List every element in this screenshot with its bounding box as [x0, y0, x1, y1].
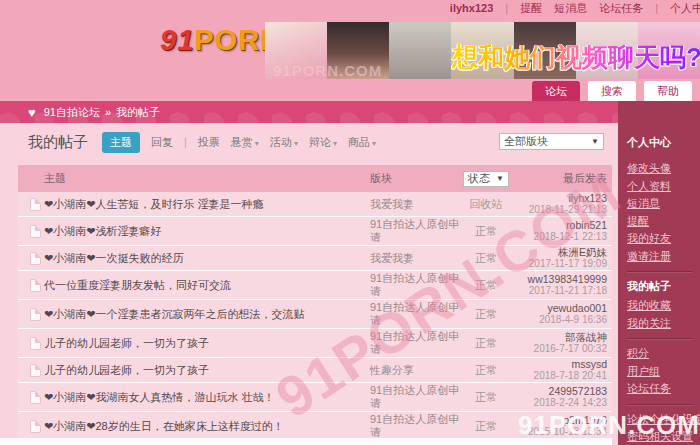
forum-link[interactable]: 91自拍达人原创申请	[370, 218, 459, 243]
last-post-user[interactable]: 2499572183	[512, 386, 607, 397]
breadcrumb-forum-link[interactable]: 91自拍论坛	[44, 105, 100, 120]
table-row[interactable]: ❤小湖南❤我湖南女人真热情，游山玩水 壮哉！ 91自拍达人原创申请 正常 249…	[18, 383, 612, 412]
post-title-link[interactable]: ❤小湖南❤人生苦短，及时行乐 淫妻是一种瘾	[44, 198, 264, 210]
filter-tab-replies[interactable]: 回复	[151, 135, 173, 150]
sidebar-link[interactable]: 密码相关设置	[627, 428, 692, 445]
table-row[interactable]: ❤小湖南❤人生苦短，及时行乐 淫妻是一种瘾 我爱我妻 回收站 ilyhx123 …	[18, 192, 612, 217]
post-icon	[30, 252, 41, 265]
chevron-down-icon	[370, 136, 376, 148]
last-post-column-header: 最后发表	[512, 171, 612, 186]
logo-91: 91	[160, 24, 194, 56]
sidebar-link[interactable]: 我的关注	[627, 315, 692, 333]
post-title-link[interactable]: ❤小湖南❤28岁的生日，在她家床上这样度过的！	[44, 420, 284, 432]
filter-tab-rewards[interactable]: 悬赏	[231, 135, 259, 150]
topbar-link-tasks[interactable]: 论坛任务	[599, 1, 643, 16]
last-post-user[interactable]: robin521	[512, 220, 607, 231]
post-status: 正常	[460, 278, 512, 293]
last-post-user[interactable]: 株洲E奶妹	[512, 247, 607, 258]
forum-link[interactable]: 性趣分享	[370, 364, 414, 376]
sidebar-sections: 个人中心 修改头像个人资料短消息提醒我的好友邀请注册 我的帖子 我的收藏我的关注…	[627, 134, 692, 445]
forum-link[interactable]: 91自拍达人原创申请	[370, 330, 459, 355]
forum-link[interactable]: 91自拍达人原创申请	[370, 272, 459, 297]
sidebar-link[interactable]: 用户组	[627, 363, 692, 381]
personal-center-sidebar: 个人中心 修改头像个人资料短消息提醒我的好友邀请注册 我的帖子 我的收藏我的关注…	[618, 101, 700, 445]
tab-search[interactable]: 搜索	[588, 81, 636, 101]
sidebar-link[interactable]: 论坛个性化设定	[627, 411, 692, 429]
last-post-user[interactable]: 部落战神	[512, 332, 607, 343]
forum-link[interactable]: 91自拍达人原创申请	[370, 384, 459, 409]
panel-head: 我的帖子 主题 回复 | 投票 悬赏 活动 辩论 商品 全部版块 ▼	[18, 130, 612, 154]
topbar-link-personal-center[interactable]: 个人中心	[670, 1, 700, 16]
tab-forum[interactable]: 论坛	[532, 81, 580, 101]
sidebar-section: 我的帖子 我的收藏我的关注	[627, 278, 692, 339]
sidebar-link[interactable]: 我的收藏	[627, 297, 692, 315]
banner-watermark: 91PORN.COM	[273, 62, 382, 79]
post-icon	[30, 198, 41, 211]
filter-tab-goods[interactable]: 商品	[348, 135, 376, 150]
post-status: 正常	[460, 363, 512, 378]
sidebar-links: 积分用户组论坛任务	[627, 345, 692, 398]
forum-link[interactable]: 我爱我妻	[370, 252, 414, 264]
post-status: 正常	[460, 251, 512, 266]
nav-tabs: 论坛 搜索 帮助	[532, 81, 692, 101]
post-icon	[30, 391, 41, 404]
banner-photo	[389, 22, 451, 79]
username-link[interactable]: ilyhx123	[450, 2, 493, 14]
filter-tab-threads[interactable]: 主题	[102, 132, 140, 153]
last-post-date: 2017-11-17 19:09	[512, 258, 607, 269]
post-title-link[interactable]: ❤小湖南❤浅析淫妻癖好	[44, 225, 161, 237]
sidebar-section: 积分用户组论坛任务	[627, 345, 692, 405]
forum-filter-select[interactable]: 全部版块 ▼	[499, 133, 604, 150]
forum-link[interactable]: 91自拍达人原创申请	[370, 301, 459, 326]
divider: |	[184, 136, 187, 148]
sidebar-section-header: 我的帖子	[627, 278, 692, 295]
last-post-date: 2018-7-18 20:41	[512, 370, 607, 381]
table-row[interactable]: ❤小湖南❤一次挺失败的经历 我爱我妻 正常 株洲E奶妹 2017-11-17 1…	[18, 246, 612, 271]
post-icon	[30, 364, 41, 377]
site-header: 91PORN 91PORN.COM 想和她们视频聊天吗?	[0, 16, 700, 80]
sidebar-link[interactable]: 提醒	[627, 213, 692, 231]
topbar-link-messages[interactable]: 短消息	[554, 1, 587, 16]
nav-strip: 论坛 搜索 帮助	[0, 80, 700, 101]
forum-link[interactable]: 我爱我妻	[370, 198, 414, 210]
post-title-link[interactable]: ❤小湖南❤一次挺失败的经历	[44, 252, 183, 264]
forum-link[interactable]: 91自拍达人原创申请	[370, 413, 459, 438]
last-post-user[interactable]: ilyhx123	[512, 193, 607, 204]
sidebar-link[interactable]: 我的好友	[627, 230, 692, 248]
table-row[interactable]: ❤小湖南❤28岁的生日，在她家床上这样度过的！ 91自拍达人原创申请 正常 p2…	[18, 412, 612, 441]
site-logo[interactable]: 91PORN	[160, 24, 282, 57]
last-post-user[interactable]: ww13983419999	[512, 274, 607, 285]
post-title-link[interactable]: ❤小湖南❤我湖南女人真热情，游山玩水 壮哉！	[44, 391, 275, 403]
last-post-user[interactable]: p2m1976	[512, 415, 607, 426]
last-post-user[interactable]: yewudao001	[512, 303, 607, 314]
table-row[interactable]: 代一位重度淫妻朋友发帖，同好可交流 91自拍达人原创申请 正常 ww139834…	[18, 271, 612, 300]
sidebar-section-header: 个人中心	[627, 134, 692, 151]
filter-tab-polls[interactable]: 投票	[198, 135, 220, 150]
post-title-link[interactable]: 儿子的幼儿园老师，一切为了孩子	[44, 364, 209, 376]
table-row[interactable]: ❤小湖南❤浅析淫妻癖好 91自拍达人原创申请 正常 robin521 2018-…	[18, 217, 612, 246]
filter-tab-activities[interactable]: 活动	[270, 135, 298, 150]
table-header-row: 主题 版块 状态 ▼ 最后发表	[18, 165, 612, 192]
topbar-link-notice[interactable]: 提醒	[520, 1, 542, 16]
status-filter-select[interactable]: 状态 ▼	[463, 171, 509, 187]
filter-tab-debates[interactable]: 辩论	[309, 135, 337, 150]
post-title-link[interactable]: 儿子的幼儿园老师，一切为了孩子	[44, 337, 209, 349]
post-title-link[interactable]: 代一位重度淫妻朋友发帖，同好可交流	[44, 279, 231, 291]
sidebar-link[interactable]: 邀请注册	[627, 248, 692, 266]
sidebar-link[interactable]: 积分	[627, 345, 692, 363]
chevron-down-icon	[331, 136, 337, 148]
ad-banner[interactable]: 91PORN.COM 想和她们视频聊天吗?	[265, 22, 700, 79]
post-status: 正常	[460, 224, 512, 239]
subject-column-header: 主题	[44, 171, 370, 186]
post-title-link[interactable]: ❤小湖南❤一个淫妻患者沉寂两年之后的想法，交流贴	[44, 308, 304, 320]
sidebar-section: 论坛个性化设定密码相关设置	[627, 411, 692, 445]
sidebar-link[interactable]: 短消息	[627, 195, 692, 213]
tab-help[interactable]: 帮助	[644, 81, 692, 101]
sidebar-link[interactable]: 论坛任务	[627, 380, 692, 398]
table-row[interactable]: 儿子的幼儿园老师，一切为了孩子 性趣分享 正常 mssysd 2018-7-18…	[18, 358, 612, 383]
table-row[interactable]: ❤小湖南❤一个淫妻患者沉寂两年之后的想法，交流贴 91自拍达人原创申请 正常 y…	[18, 300, 612, 329]
table-row[interactable]: 儿子的幼儿园老师，一切为了孩子 91自拍达人原创申请 正常 部落战神 2016-…	[18, 329, 612, 358]
sidebar-link[interactable]: 修改头像	[627, 160, 692, 178]
last-post-user[interactable]: mssysd	[512, 359, 607, 370]
sidebar-link[interactable]: 个人资料	[627, 178, 692, 196]
